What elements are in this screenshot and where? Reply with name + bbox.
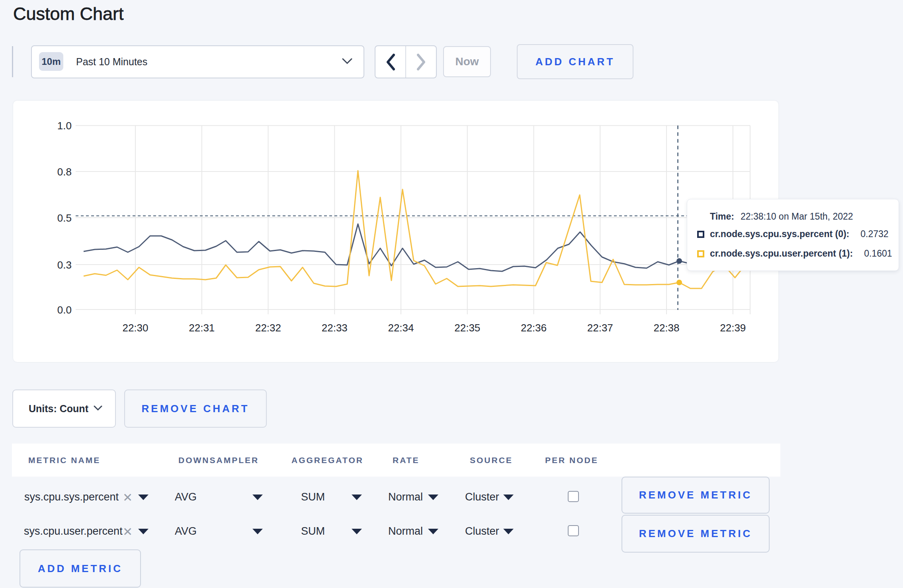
svg-text:0.8: 0.8 (57, 166, 72, 178)
svg-text:0.3: 0.3 (57, 259, 72, 271)
svg-text:22:36: 22:36 (521, 322, 547, 334)
svg-text:22:39: 22:39 (720, 322, 746, 334)
svg-text:22:34: 22:34 (388, 322, 414, 334)
svg-text:1.0: 1.0 (57, 120, 72, 132)
svg-text:22:33: 22:33 (322, 322, 348, 334)
svg-text:22:37: 22:37 (587, 322, 613, 334)
svg-text:22:35: 22:35 (454, 322, 480, 334)
svg-text:22:31: 22:31 (189, 322, 215, 334)
svg-text:0.0: 0.0 (57, 304, 72, 316)
svg-text:22:30: 22:30 (122, 322, 148, 334)
svg-text:22:32: 22:32 (255, 322, 281, 334)
svg-text:0.5: 0.5 (57, 212, 72, 224)
svg-text:22:38: 22:38 (653, 322, 679, 334)
